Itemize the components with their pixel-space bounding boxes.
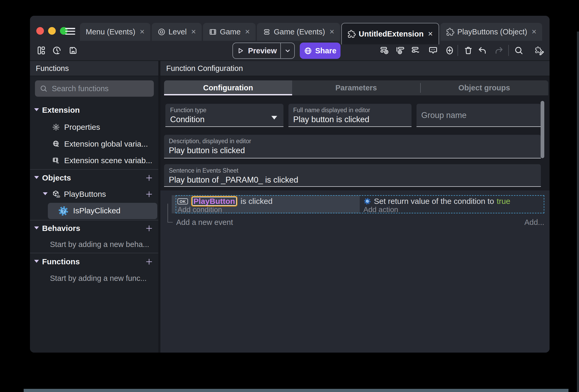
tab-level[interactable]: Level ×	[152, 23, 202, 41]
sidebar-divider	[30, 220, 158, 220]
redo-icon[interactable]	[494, 46, 504, 55]
condition-instruction[interactable]: OK PlayButton is clicked	[177, 196, 273, 206]
close-icon[interactable]: ×	[329, 27, 334, 37]
event-row-selected[interactable]: OK PlayButton is clicked Add condition G…	[172, 195, 544, 213]
tab-parameters[interactable]: Parameters	[292, 80, 420, 95]
action-instruction[interactable]: G Set return value of the condition to t…	[363, 196, 510, 206]
full-name-input[interactable]	[293, 115, 398, 124]
dropdown-caret-icon[interactable]	[271, 116, 277, 120]
collapse-caret-icon[interactable]	[34, 260, 39, 263]
condition-text: is clicked	[241, 197, 273, 206]
add-condition-link[interactable]: Add condition	[177, 205, 222, 214]
puzzle-icon	[446, 28, 454, 36]
sidebar-item-isplayclicked-selected[interactable]: ? IsPlayClicked	[48, 203, 157, 219]
sidebar-item-properties[interactable]: Properties	[30, 122, 158, 132]
sidebar-section-objects[interactable]: Objects	[30, 173, 158, 183]
sentence-input[interactable]	[169, 175, 528, 185]
close-icon[interactable]: ×	[140, 27, 145, 37]
add-circle-icon[interactable]	[445, 46, 454, 55]
close-icon[interactable]: ×	[245, 27, 250, 37]
collapse-caret-icon[interactable]	[34, 176, 39, 179]
desktop-edge	[24, 389, 568, 392]
add-more-link[interactable]: Add...	[524, 218, 544, 227]
tab-untitled-extension[interactable]: UntitledExtension ×	[341, 23, 439, 44]
description-input[interactable]	[169, 146, 528, 155]
add-event-icon[interactable]	[380, 46, 389, 55]
section-label: Functions	[42, 257, 80, 266]
condition-object-chip[interactable]: PlayButton	[191, 196, 237, 207]
save-icon[interactable]	[68, 46, 78, 55]
tab-divider	[420, 83, 421, 93]
main-menu-icon[interactable]	[65, 28, 75, 35]
search-events-icon[interactable]	[514, 46, 524, 55]
sidebar-item-global-variables[interactable]: Extension global varia...	[30, 139, 158, 149]
field-label: Function type	[170, 107, 206, 114]
global-variables-icon	[52, 140, 60, 148]
tab-game[interactable]: Game ×	[203, 23, 256, 41]
preview-button-main[interactable]: Preview	[233, 43, 280, 58]
add-behavior-button[interactable]	[145, 224, 153, 232]
add-function-to-object-button[interactable]	[145, 190, 153, 198]
undo-icon[interactable]	[478, 46, 487, 55]
functions-sidebar: Functions Extension Properties	[30, 61, 158, 353]
full-name-field[interactable]: Full name displayed in editor	[288, 104, 412, 127]
sidebar-functions-empty[interactable]: Start by adding a new func...	[30, 273, 158, 283]
delete-icon[interactable]	[464, 46, 473, 55]
add-object-button[interactable]	[145, 174, 153, 182]
description-field[interactable]: Description, displayed in editor	[164, 135, 541, 158]
item-label: Extension scene variab...	[64, 156, 152, 165]
action-text: Set return value of the condition to	[374, 197, 494, 206]
sidebar-item-scene-variables[interactable]: Extension scene variab...	[30, 155, 158, 166]
close-window-button[interactable]	[36, 27, 44, 35]
event-indent-guide	[167, 204, 173, 223]
minimize-window-button[interactable]	[48, 27, 56, 35]
sidebar-behaviors-empty[interactable]: Start by adding a new beha...	[30, 239, 158, 250]
scrollbar-thumb[interactable]	[541, 101, 544, 158]
group-name-field[interactable]	[417, 104, 541, 127]
sidebar-section-extension[interactable]: Extension	[30, 105, 158, 115]
add-new-event-link[interactable]: Add a new event	[176, 218, 233, 227]
field-label: Sentence in Events Sheet	[169, 167, 238, 174]
version-history-icon[interactable]	[52, 46, 62, 55]
group-name-input[interactable]	[421, 111, 528, 120]
add-subevent-icon[interactable]	[396, 46, 405, 55]
sidebar-item-playbuttons[interactable]: 2D PlayButtons	[30, 189, 158, 199]
puzzle-icon	[348, 30, 356, 38]
add-action-link[interactable]: Add action	[363, 205, 398, 214]
search-functions-box[interactable]	[35, 80, 154, 97]
home-layout-icon[interactable]	[37, 46, 46, 55]
preview-label: Preview	[248, 47, 277, 55]
search-functions-input[interactable]	[52, 84, 151, 93]
desktop-backdrop: Menu (Events) × Level × Game × Game (Eve…	[0, 0, 579, 392]
content-area: Functions Extension Properties	[30, 60, 550, 353]
share-button[interactable]: Share	[300, 43, 341, 59]
add-free-function-button[interactable]	[145, 258, 153, 266]
add-other-event-icon[interactable]	[411, 46, 420, 55]
collapse-caret-icon[interactable]	[43, 192, 48, 195]
desktop-edge-right	[577, 32, 579, 392]
editor-tabs: Menu (Events) × Level × Game × Game (Eve…	[80, 23, 542, 44]
tab-object-groups[interactable]: Object groups	[420, 80, 548, 95]
events-sheet-icon	[263, 28, 271, 36]
globe-icon	[304, 47, 312, 55]
preview-button[interactable]: Preview	[232, 43, 295, 59]
tab-game-events[interactable]: Game (Events) ×	[257, 23, 340, 41]
collapse-caret-icon[interactable]	[34, 108, 39, 111]
tab-menu-events[interactable]: Menu (Events) ×	[80, 23, 150, 41]
close-icon[interactable]: ×	[428, 29, 433, 39]
tab-label: Menu (Events)	[86, 28, 135, 36]
edit-extension-icon[interactable]	[535, 46, 544, 55]
tab-label: Level	[169, 28, 187, 36]
tab-playbuttons-object[interactable]: PlayButtons (Object) ×	[440, 23, 542, 41]
add-comment-icon[interactable]	[428, 46, 438, 55]
close-icon[interactable]: ×	[532, 27, 536, 37]
function-type-field[interactable]: Function type Condition	[165, 104, 283, 127]
preview-options-dropdown[interactable]	[280, 43, 294, 58]
sidebar-section-behaviors[interactable]: Behaviors	[30, 223, 158, 234]
empty-hint-label: Start by adding a new beha...	[50, 240, 149, 249]
collapse-caret-icon[interactable]	[34, 226, 39, 229]
close-icon[interactable]: ×	[191, 27, 196, 37]
sidebar-section-functions[interactable]: Functions	[30, 256, 158, 267]
tab-configuration[interactable]: Configuration	[164, 80, 292, 95]
sentence-field[interactable]: Sentence in Events Sheet	[164, 164, 541, 187]
